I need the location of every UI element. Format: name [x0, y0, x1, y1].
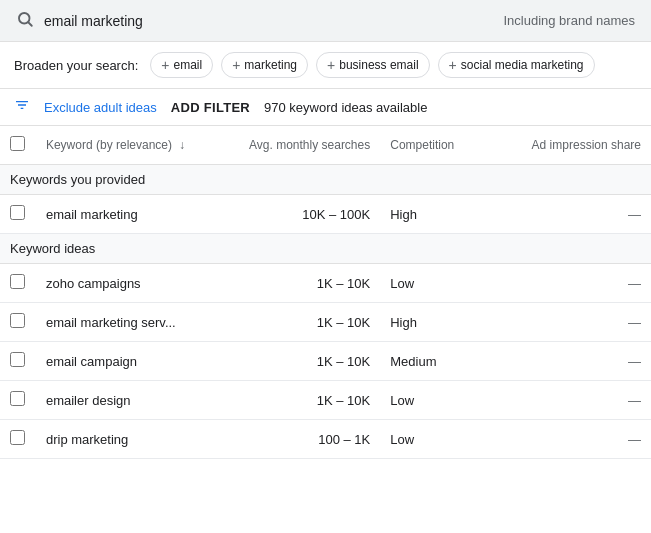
row-checkbox-cell [0, 420, 36, 459]
row-keyword: email marketing [36, 195, 216, 234]
row-competition: High [380, 195, 517, 234]
row-competition: High [380, 303, 517, 342]
search-query: email marketing [44, 13, 493, 29]
svg-line-1 [28, 22, 31, 25]
table-row: email marketing 10K – 100K High — [0, 195, 651, 234]
table-row: email marketing serv... 1K – 10K High — [0, 303, 651, 342]
section-title: Keywords you provided [0, 165, 651, 195]
row-ad-impression: — [517, 381, 651, 420]
header-ad-impression[interactable]: Ad impression share [517, 126, 651, 165]
tag-marketing-label: marketing [244, 58, 297, 72]
row-avg: 1K – 10K [216, 303, 381, 342]
table-row: drip marketing 100 – 1K Low — [0, 420, 651, 459]
row-avg: 10K – 100K [216, 195, 381, 234]
row-competition: Medium [380, 342, 517, 381]
tag-social-media-marketing[interactable]: + social media marketing [438, 52, 595, 78]
tag-email[interactable]: + email [150, 52, 213, 78]
tag-marketing[interactable]: + marketing [221, 52, 308, 78]
row-avg: 1K – 10K [216, 342, 381, 381]
row-keyword: drip marketing [36, 420, 216, 459]
tag-email-label: email [173, 58, 202, 72]
row-ad-impression: — [517, 264, 651, 303]
row-avg: 100 – 1K [216, 420, 381, 459]
row-keyword: emailer design [36, 381, 216, 420]
search-icon [16, 10, 34, 31]
row-ad-impression: — [517, 195, 651, 234]
row-ad-impression: — [517, 342, 651, 381]
row-checkbox[interactable] [10, 430, 25, 445]
exclude-adult-link[interactable]: Exclude adult ideas [44, 100, 157, 115]
plus-icon: + [161, 57, 169, 73]
row-avg: 1K – 10K [216, 381, 381, 420]
header-avg[interactable]: Avg. monthly searches [216, 126, 381, 165]
header-keyword-label: Keyword (by relevance) [46, 138, 172, 152]
header-checkbox-cell [0, 126, 36, 165]
plus-icon: + [449, 57, 457, 73]
sort-arrow-icon: ↓ [179, 138, 185, 152]
broaden-label: Broaden your search: [14, 58, 138, 73]
row-keyword: email campaign [36, 342, 216, 381]
brand-names-label: Including brand names [503, 13, 635, 28]
row-checkbox-cell [0, 195, 36, 234]
row-ad-impression: — [517, 303, 651, 342]
table-row: email campaign 1K – 10K Medium — [0, 342, 651, 381]
search-bar: email marketing Including brand names [0, 0, 651, 42]
row-checkbox[interactable] [10, 391, 25, 406]
row-checkbox-cell [0, 342, 36, 381]
row-avg: 1K – 10K [216, 264, 381, 303]
row-ad-impression: — [517, 420, 651, 459]
header-keyword[interactable]: Keyword (by relevance) ↓ [36, 126, 216, 165]
row-checkbox[interactable] [10, 274, 25, 289]
row-keyword: email marketing serv... [36, 303, 216, 342]
add-filter-button[interactable]: ADD FILTER [171, 100, 250, 115]
table-row: emailer design 1K – 10K Low — [0, 381, 651, 420]
keyword-count: 970 keyword ideas available [264, 100, 427, 115]
section-header-row: Keyword ideas [0, 234, 651, 264]
broaden-row: Broaden your search: + email + marketing… [0, 42, 651, 89]
tag-business-email-label: business email [339, 58, 418, 72]
row-competition: Low [380, 420, 517, 459]
plus-icon: + [232, 57, 240, 73]
row-checkbox-cell [0, 381, 36, 420]
select-all-checkbox[interactable] [10, 136, 25, 151]
row-checkbox[interactable] [10, 313, 25, 328]
filter-icon [14, 97, 30, 117]
plus-icon: + [327, 57, 335, 73]
table-row: zoho campaigns 1K – 10K Low — [0, 264, 651, 303]
section-title: Keyword ideas [0, 234, 651, 264]
tag-business-email[interactable]: + business email [316, 52, 430, 78]
tag-social-media-marketing-label: social media marketing [461, 58, 584, 72]
row-checkbox[interactable] [10, 352, 25, 367]
row-keyword: zoho campaigns [36, 264, 216, 303]
header-competition[interactable]: Competition [380, 126, 517, 165]
filter-row: Exclude adult ideas ADD FILTER 970 keywo… [0, 89, 651, 126]
row-competition: Low [380, 381, 517, 420]
row-checkbox-cell [0, 303, 36, 342]
section-header-row: Keywords you provided [0, 165, 651, 195]
keywords-table: Keyword (by relevance) ↓ Avg. monthly se… [0, 126, 651, 459]
row-checkbox[interactable] [10, 205, 25, 220]
row-competition: Low [380, 264, 517, 303]
row-checkbox-cell [0, 264, 36, 303]
